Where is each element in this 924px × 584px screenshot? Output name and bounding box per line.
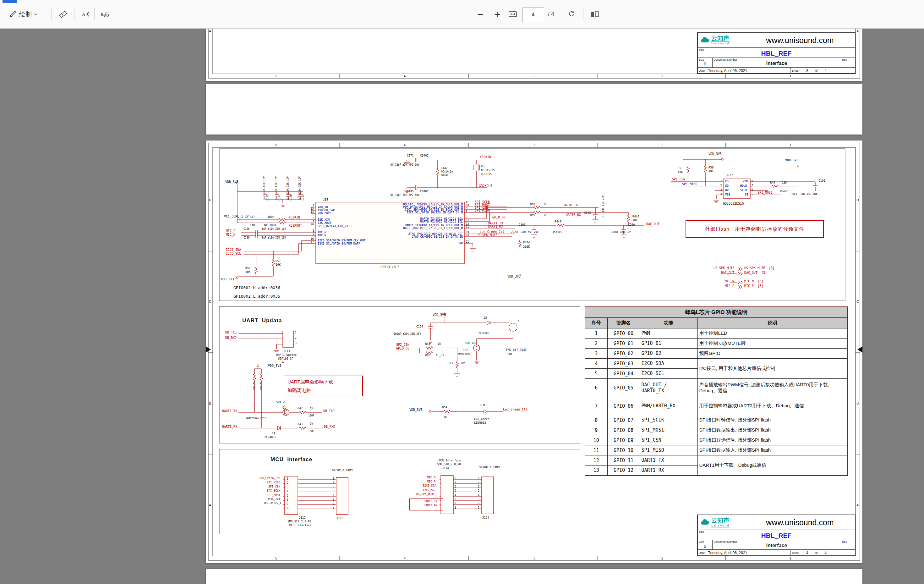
- zoom-out-button[interactable]: −: [475, 0, 486, 28]
- doc-name: HBL_REF: [698, 530, 855, 539]
- frame-marker: 5: [275, 143, 277, 147]
- gpio-cell: 声音播放输出PWM信号, 滤波后接功放输入或UART0用于下载、Debug、通信: [698, 379, 848, 397]
- schematic-label: SPI_MOSI: [267, 494, 280, 496]
- schematic-label: NC_100K: [264, 224, 276, 227]
- schematic-label: R444: [523, 241, 530, 244]
- gpio-col-header: 序号: [585, 318, 607, 328]
- frame-marker: 3: [533, 143, 535, 147]
- schematic-label: LED_Green: [474, 418, 490, 420]
- schematic-label: 6: [333, 486, 334, 489]
- schematic-label: 5: [455, 490, 456, 492]
- schematic-label: 100nF ±20% X5R 25V: [790, 193, 817, 196]
- schematic-label: MIC_P: [427, 480, 436, 483]
- gpio-cell: GPIO_12: [607, 465, 640, 476]
- schematic-label: SI: [745, 193, 748, 196]
- gpio-cell: SPI_SCLK: [640, 415, 698, 425]
- schematic-label: Q1: [282, 406, 286, 409]
- title-block-sheet3: 云知声 Unisound www.unisound.com Title HBL_…: [697, 32, 856, 74]
- gpio-cell: GPIO_08: [607, 425, 640, 435]
- schematic-label: GPIO_06: [396, 347, 409, 350]
- page-view-button[interactable]: [588, 0, 601, 28]
- schematic-label: NC/1Ms1%: [441, 171, 453, 173]
- schematic-label: 8: [466, 202, 467, 204]
- schematic-label: C171: [407, 154, 414, 157]
- page-number-input[interactable]: [522, 8, 544, 22]
- schematic-label: UART1 Updata: [276, 354, 297, 356]
- frame-marker: D: [856, 199, 859, 202]
- schematic-label: 12: [466, 219, 469, 222]
- frame-marker: A: [209, 30, 211, 33]
- schematic-label: NC_18pF ±5% NPO 50V: [391, 164, 419, 166]
- translate-button[interactable]: aあ: [99, 0, 111, 28]
- fit-width-button[interactable]: [507, 0, 519, 28]
- schematic-label: Q32: [463, 349, 468, 352]
- schematic-label: 7: [478, 481, 479, 484]
- schematic-label: VDD_3V3: [221, 278, 234, 281]
- schematic-label: 0R: [544, 203, 547, 205]
- sheet-label: Sheet: [792, 551, 800, 554]
- rotate-icon: [568, 10, 576, 18]
- read-aloud-button[interactable]: A: [79, 0, 92, 28]
- frame-marker: 4: [404, 557, 406, 560]
- title-block-sheet4: 云知声 Unisound www.unisound.com Title HBL_…: [697, 515, 856, 556]
- schematic-label: SPI_MISO: [475, 209, 490, 212]
- schematic-label: 3: [295, 342, 297, 345]
- rotate-button[interactable]: [566, 0, 578, 28]
- gpio-col-header: 管脚名: [607, 318, 640, 328]
- schematic-label: 10K: [245, 271, 251, 273]
- schematic-label: SPI_CSN: [268, 485, 280, 488]
- schematic-label: 100nF ±20% X5R 25V: [394, 333, 421, 335]
- schematic-label: 2: [287, 482, 289, 484]
- schematic-label: 2: [720, 185, 722, 187]
- gpio-function-table: 蜂鸟L芯片 GPIO 功能说明 序号管脚名功能说明 1GPIO_00PWM用于控…: [585, 306, 848, 476]
- schematic-label: GPIO002:H addr:0X36: [233, 286, 280, 290]
- schematic-label: 8: [478, 477, 479, 480]
- gpio-cell: I2C接口, 用于和其他芯片通信或控制: [698, 359, 848, 379]
- schematic-label: MCU Interface: [439, 459, 461, 462]
- chevron-down-icon: [34, 13, 38, 15]
- schematic-label: 19: [466, 232, 469, 234]
- schematic-label: SIP100-3P: [278, 357, 294, 360]
- gpio-cell: GPIO_02: [640, 349, 698, 359]
- schematic-label: 5%: [310, 407, 313, 410]
- gpio-cell: 4: [585, 359, 607, 369]
- schematic-label: R449: [632, 215, 639, 218]
- schematic-label: 18: [466, 234, 469, 237]
- gpio-cell: UART1用于下载、Debug或通信: [698, 455, 848, 476]
- plus-icon: +: [494, 10, 501, 19]
- schematic-label: SPI_SCLK: [267, 490, 280, 492]
- schematic-label: SOT-23: [276, 401, 287, 404]
- schematic-label: USB-VBUS_1: [264, 502, 281, 505]
- schematic-label: VDD_3V3: [708, 152, 722, 156]
- schematic-label: NC_1K: [436, 354, 444, 357]
- gpio-cell: 1: [585, 328, 607, 339]
- schematic-label: DB_RXD: [324, 425, 335, 428]
- schematic-label: WNM2016-3/TR: [246, 417, 266, 420]
- sheet-total: 4: [824, 68, 827, 73]
- flash-annotation: 外部Flash，用于存储喇叭播放的音频文件: [686, 220, 824, 238]
- schematic-label: LED0603: [474, 422, 486, 424]
- draw-tool-button[interactable]: 绘制: [7, 0, 40, 28]
- frame-marker: B: [209, 402, 211, 405]
- gpio-header-row: 序号管脚名功能说明: [585, 318, 848, 328]
- schematic-label: MIC_N: [226, 233, 235, 237]
- gpio-cell: PWM/UART0_RX: [640, 397, 698, 415]
- gpio-cell: 13: [585, 465, 607, 476]
- zoom-in-button[interactable]: +: [492, 0, 503, 28]
- draw-tool-label: 绘制: [19, 10, 32, 18]
- date-value: Tuesday, April 06, 2021: [708, 551, 747, 555]
- schematic-label: 7: [455, 481, 456, 484]
- pdf-scroll-area[interactable]: 54321AA 云知声 Unisound www.unisound.com Ti…: [0, 28, 924, 584]
- schematic-label: SPI_CSN: [396, 343, 409, 346]
- schematic-label: 15Ks1%: [553, 231, 562, 233]
- eraser-button[interactable]: [56, 0, 69, 28]
- schematic-label: C188: [244, 228, 249, 230]
- schematic-label: SO: [725, 185, 729, 187]
- schematic-label: C190: [818, 179, 825, 182]
- gpio-col-header: 功能: [640, 318, 698, 328]
- schematic-label: R0402: [441, 174, 448, 177]
- schematic-label: DST310S: [481, 173, 492, 176]
- logo-en-text: Unisound: [711, 524, 729, 528]
- gpio-cell: DAC_OUTL/UART0_TX: [640, 379, 698, 397]
- company-url: www.unisound.com: [745, 518, 855, 527]
